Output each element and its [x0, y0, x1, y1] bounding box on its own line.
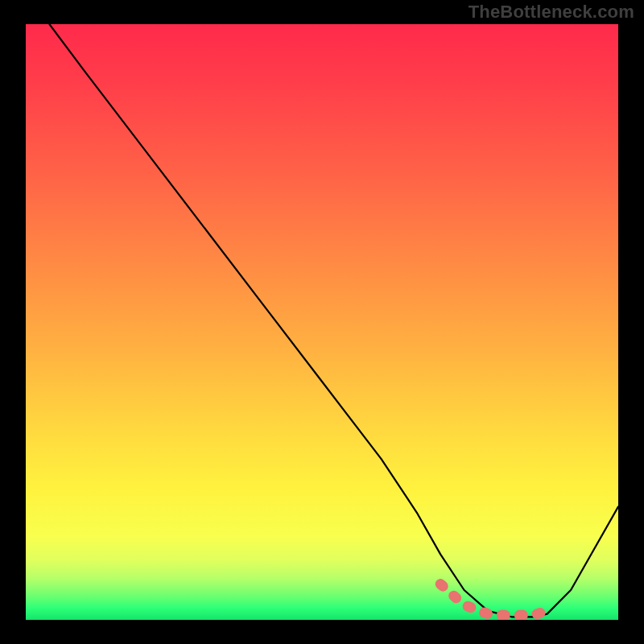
chart-overlay [26, 24, 618, 620]
bottleneck-curve [49, 24, 618, 617]
watermark-text: TheBottleneck.com [469, 2, 634, 23]
chart-frame: TheBottleneck.com [0, 0, 644, 644]
optimal-zone-highlight [440, 584, 547, 616]
